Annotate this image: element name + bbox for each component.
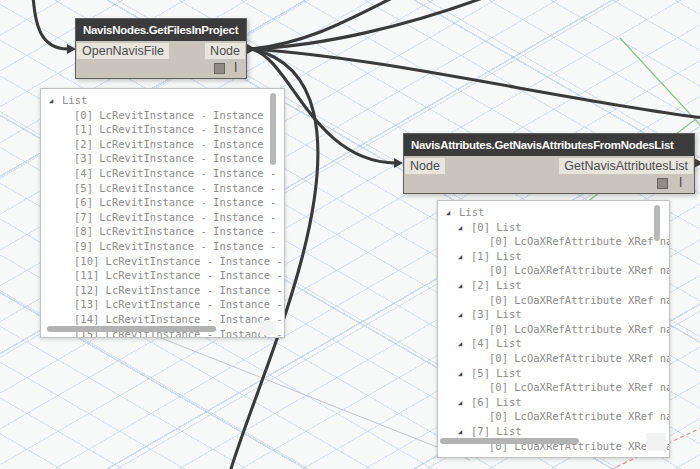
port-row: Node GetNavisAttributesList [404, 156, 694, 174]
list-item-text: [0] List [471, 221, 522, 233]
list-item: ◢[5] List [438, 366, 669, 381]
list-item: ◢[0] LcOaXRefAttribute XRef na [438, 322, 669, 337]
expander-icon[interactable]: ◢ [458, 396, 471, 410]
list-item-text: [0] LcOaXRefAttribute XRef na [489, 352, 669, 364]
node-getnavisattributesfromnodeslist[interactable]: NavisAttributes.GetNavisAttributesFromNo… [403, 133, 695, 194]
list-item-text: [2] LcRevitInstance - Instance - [74, 138, 276, 150]
port-row: OpenNavisFile Node [76, 41, 246, 59]
node-footer: | [404, 174, 694, 193]
list-item-text: [0] LcOaXRefAttribute XRef na [489, 235, 669, 247]
list-item: ◢[7] List [438, 424, 669, 439]
list-item: ◢[4] LcRevitInstance - Instance - [41, 166, 284, 181]
scrollbar-corner [646, 433, 666, 451]
list-output: ◢List◢[0] LcRevitInstance - Instance -◢[… [41, 89, 284, 338]
list-item: ◢[10] LcRevitInstance - Instance - [41, 254, 284, 269]
data-preview-bubble-1: ◢List◢[0] LcRevitInstance - Instance -◢[… [40, 88, 285, 338]
list-item-text: [11] LcRevitInstance - Instance - [74, 269, 283, 281]
list-item: ◢[0] List [438, 220, 669, 235]
list-item: ◢[0] LcOaXRefAttribute XRef na [438, 263, 669, 278]
expander-icon[interactable]: ◢ [458, 250, 471, 264]
list-item-text: [0] LcOaXRefAttribute XRef na [489, 264, 669, 276]
scrollbar-corner [260, 321, 276, 335]
list-item: ◢[14] LcRevitInstance - Instance - [41, 312, 284, 327]
list-item: ◢[4] List [438, 336, 669, 351]
list-item-text: [13] LcRevitInstance - Instance - [74, 298, 283, 310]
list-item: ◢[13] LcRevitInstance - Instance - [41, 297, 284, 312]
list-item-text: [14] LcRevitInstance - Instance - [74, 313, 283, 325]
node-title[interactable]: NavisNodes.GetFilesInProject [76, 19, 246, 41]
vertical-scrollbar[interactable] [270, 93, 276, 165]
output-port-arrow-icon [247, 44, 256, 54]
output-port-node[interactable]: Node [205, 43, 245, 59]
list-item: ◢[1] LcRevitInstance - Instance - [41, 122, 284, 137]
expander-icon[interactable]: ◢ [458, 221, 471, 235]
list-item-text: [9] LcRevitInstance - Instance - [74, 240, 276, 252]
list-item-text: [1] List [471, 250, 522, 262]
input-port-node[interactable]: Node [405, 158, 445, 174]
list-item-text: [12] LcRevitInstance - Instance - [74, 284, 283, 296]
list-item-text: [0] LcOaXRefAttribute XRef na [489, 323, 669, 335]
expander-icon[interactable]: ◢ [458, 308, 471, 322]
node-title[interactable]: NavisAttributes.GetNavisAttributesFromNo… [404, 134, 694, 156]
list-item: ◢[9] LcRevitInstance - Instance - [41, 239, 284, 254]
list-item: ◢[8] LcRevitInstance - Instance - [41, 224, 284, 239]
list-item-text: [7] LcRevitInstance - Instance - [74, 211, 276, 223]
output-port-getnavisattributeslist[interactable]: GetNavisAttributesList [559, 158, 693, 174]
list-item-text: [4] LcRevitInstance - Instance - [74, 167, 276, 179]
list-item: ◢[2] LcRevitInstance - Instance - [41, 137, 284, 152]
lacing-icon[interactable]: | [679, 176, 682, 187]
list-item: ◢[0] LcOaXRefAttribute XRef na [438, 380, 669, 395]
list-item: ◢[7] LcRevitInstance - Instance - [41, 210, 284, 225]
list-item-text: [0] LcOaXRefAttribute XRef na [489, 410, 669, 422]
list-item: ◢[0] LcOaXRefAttribute XRef na [438, 234, 669, 249]
list-item-text: [5] List [471, 367, 522, 379]
list-item: ◢[1] List [438, 249, 669, 264]
dynamo-canvas[interactable]: NavisNodes.GetFilesInProject OpenNavisFi… [0, 0, 700, 469]
expander-icon[interactable]: ◢ [446, 206, 459, 220]
list-item-text: [8] LcRevitInstance - Instance - [74, 225, 276, 237]
list-item: ◢[5] LcRevitInstance - Instance - [41, 181, 284, 196]
node-footer: | [76, 59, 246, 78]
list-item-text: List [459, 206, 484, 218]
preview-toggle-icon[interactable] [214, 63, 225, 74]
preview-toggle-icon[interactable] [657, 178, 668, 189]
input-port-opennavisfile[interactable]: OpenNavisFile [77, 43, 169, 59]
list-item: ◢[3] LcRevitInstance - Instance - [41, 151, 284, 166]
list-item-text: [5] LcRevitInstance - Instance - [74, 182, 276, 194]
wire-into-opennavisfile[interactable] [33, 0, 68, 49]
expander-icon[interactable]: ◢ [458, 337, 471, 351]
horizontal-scrollbar[interactable] [47, 326, 216, 332]
list-item: ◢[2] List [438, 278, 669, 293]
list-item-text: [4] List [471, 337, 522, 349]
expander-icon[interactable]: ◢ [458, 367, 471, 381]
data-preview-bubble-2: ◢List◢[0] List◢[0] LcOaXRefAttribute XRe… [437, 200, 670, 458]
list-item-text: [6] LcRevitInstance - Instance - [74, 196, 276, 208]
expander-icon[interactable]: ◢ [458, 279, 471, 293]
expander-icon[interactable]: ◢ [49, 94, 62, 108]
list-item: ◢[11] LcRevitInstance - Instance - [41, 268, 284, 283]
vertical-scrollbar[interactable] [654, 205, 660, 241]
list-item-text: [1] LcRevitInstance - Instance - [74, 123, 276, 135]
list-item-text: [0] LcOaXRefAttribute XRef na [489, 381, 669, 393]
list-item: ◢[0] LcOaXRefAttribute XRef na [438, 351, 669, 366]
list-item-text: [0] LcOaXRefAttribute XRef na [489, 294, 669, 306]
list-item: ◢[3] List [438, 307, 669, 322]
list-item: ◢List [41, 93, 284, 108]
list-item: ◢[6] List [438, 395, 669, 410]
node-getfilesinproject[interactable]: NavisNodes.GetFilesInProject OpenNavisFi… [75, 18, 247, 79]
list-item-text: [10] LcRevitInstance - Instance - [74, 255, 283, 267]
horizontal-scrollbar[interactable] [440, 438, 579, 444]
list-item-text: [6] List [471, 396, 522, 408]
list-item: ◢[0] LcRevitInstance - Instance - [41, 108, 284, 123]
list-item-text: [7] List [471, 425, 522, 437]
expander-icon[interactable]: ◢ [458, 425, 471, 439]
wire-node-out-right[interactable] [251, 49, 700, 118]
list-item: ◢[0] LcOaXRefAttribute XRef na [438, 409, 669, 424]
list-item-text: List [62, 94, 87, 106]
list-output: ◢List◢[0] List◢[0] LcOaXRefAttribute XRe… [438, 201, 669, 453]
list-item-text: [3] List [471, 308, 522, 320]
lacing-icon[interactable]: | [234, 61, 237, 72]
list-item-text: [3] LcRevitInstance - Instance - [74, 152, 276, 164]
list-item: ◢[0] LcOaXRefAttribute XRef na [438, 293, 669, 308]
axis-line-green [620, 38, 700, 138]
